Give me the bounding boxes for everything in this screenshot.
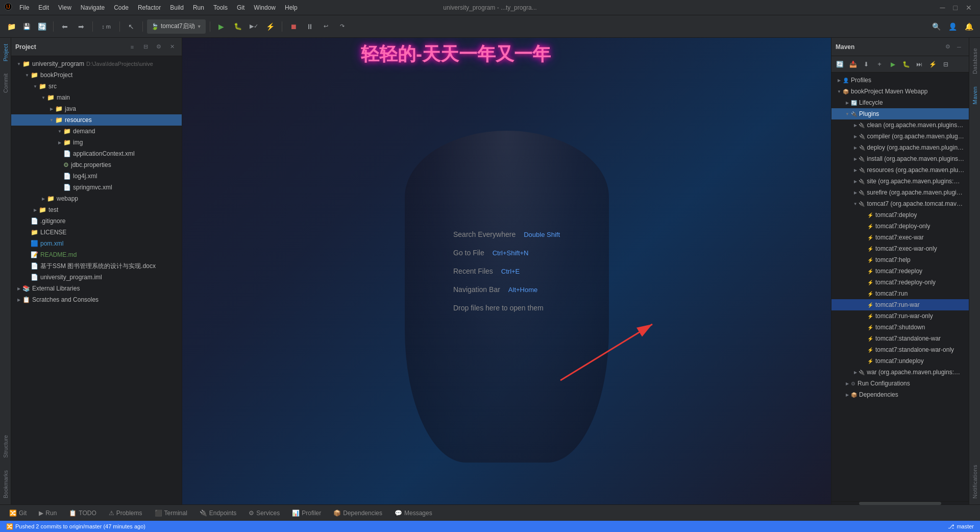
maven-item[interactable]: ⚡ tomcat7:redeploy	[831, 265, 969, 277]
forward-btn[interactable]: ➡	[74, 19, 88, 34]
maven-download-btn[interactable]: ⬇	[860, 58, 872, 70]
maven-item[interactable]: ⚡ tomcat7:run-war-only	[831, 310, 969, 322]
expand-all-btn[interactable]: ≡	[127, 41, 138, 53]
maven-item[interactable]: ▶ 🔌 resources (org.apache.maven.plugi...	[831, 164, 969, 176]
maven-skip-tests-btn[interactable]: ⏭	[913, 58, 925, 70]
tree-item[interactable]: ▶ 📁 java	[11, 103, 182, 114]
vcs-btn[interactable]: ↕ m	[97, 19, 115, 34]
maven-collapse-all-btn[interactable]: ⊟	[940, 58, 952, 70]
bottom-tab-dependencies[interactable]: 📦 Dependencies	[328, 506, 387, 520]
collapse-all-btn[interactable]: ⊟	[140, 41, 151, 53]
close-btn[interactable]: ✕	[966, 4, 972, 12]
bottom-tab-git[interactable]: 🔀 Git	[4, 506, 32, 520]
maven-item[interactable]: ▶ 🔄 Lifecycle	[831, 97, 969, 108]
bottom-tab-endpoints[interactable]: 🔌 Endpoints	[194, 506, 241, 520]
maven-item[interactable]: ▼ 🔌 tomcat7 (org.apache.tomcat.maven...	[831, 198, 969, 209]
maven-item[interactable]: ▶ 🔌 compiler (org.apache.maven.plugin...	[831, 131, 969, 142]
tree-item[interactable]: ▶ 📁 img	[11, 137, 182, 148]
tree-item[interactable]: 📄 基于SSM 图书管理系统的设计与实现.docx	[11, 260, 182, 272]
maven-item[interactable]: ⚡ tomcat7:exec-war-only	[831, 243, 969, 254]
bottom-tab-problems[interactable]: ⚠ Problems	[104, 506, 148, 520]
project-settings-btn[interactable]: ⚙	[153, 41, 164, 53]
branch-indicator[interactable]: ⎇ master	[946, 523, 976, 530]
tree-item[interactable]: ▼ 📁 demand	[11, 126, 182, 137]
menu-item-window[interactable]: Window	[250, 3, 280, 12]
more-run-btn[interactable]: ⚡	[263, 19, 278, 34]
bottom-tab-todo[interactable]: 📋 TODO	[64, 506, 101, 520]
refresh-btn[interactable]: 🔄	[35, 19, 49, 34]
project-close-btn[interactable]: ✕	[166, 41, 178, 53]
maven-run-btn[interactable]: ▶	[887, 58, 899, 70]
menu-item-run[interactable]: Run	[189, 3, 208, 12]
stop-btn[interactable]: ⏹	[286, 19, 301, 34]
run-btn[interactable]: ▶	[214, 19, 229, 34]
minimize-btn[interactable]: ─	[940, 4, 945, 12]
bottom-tab-run[interactable]: ▶ Run	[34, 506, 62, 520]
bottom-tab-terminal[interactable]: ⬛ Terminal	[150, 506, 192, 520]
menu-item-view[interactable]: View	[54, 3, 76, 12]
tree-item[interactable]: ▼ 📁 university_program D:\Java\IdeaProje…	[11, 58, 182, 69]
maven-item[interactable]: ⚡ tomcat7:deploy-only	[831, 221, 969, 232]
structure-tab[interactable]: Structure	[1, 429, 11, 464]
search-everywhere-btn[interactable]: 🔍	[929, 19, 943, 34]
maven-tab[interactable]: Maven	[970, 80, 980, 111]
run-config-dropdown[interactable]: 🍃 tomcat7启动 ▼	[147, 19, 206, 34]
maven-scrollbar-thumb[interactable]	[859, 502, 941, 505]
menu-item-help[interactable]: Help	[281, 3, 302, 12]
maven-item[interactable]: ▶ 🔌 install (org.apache.maven.plugins:m.…	[831, 153, 969, 164]
maven-item[interactable]: ▶ ⚙ Run Configurations	[831, 378, 969, 389]
maven-refresh-btn[interactable]: 🔄	[834, 58, 846, 70]
maven-item[interactable]: ⚡ tomcat7:deploy	[831, 209, 969, 221]
tree-item[interactable]: 📄 .gitignore	[11, 215, 182, 227]
tree-item[interactable]: 📄 applicationContext.xml	[11, 148, 182, 159]
bottom-tab-profiler[interactable]: 📊 Profiler	[287, 506, 326, 520]
tree-item[interactable]: ▼ 📁 src	[11, 81, 182, 92]
vcs-status[interactable]: 🔀 Pushed 2 commits to origin/master (47 …	[4, 521, 148, 532]
maven-item[interactable]: ▶ 🔌 deploy (org.apache.maven.plugins:...	[831, 142, 969, 153]
bottom-tab-services[interactable]: ⚙ Services	[243, 506, 285, 520]
maven-item[interactable]: ⚡ tomcat7:exec-war	[831, 232, 969, 243]
menu-item-git[interactable]: Git	[233, 3, 249, 12]
tree-item[interactable]: ▼ 📁 bookProject	[11, 69, 182, 81]
maven-item[interactable]: ⚡ tomcat7:run	[831, 288, 969, 299]
menu-item-code[interactable]: Code	[110, 3, 133, 12]
maven-item[interactable]: ▶ 🔌 clean (org.apache.maven.plugins:m...	[831, 119, 969, 131]
maximize-btn[interactable]: □	[953, 4, 958, 12]
notifications-btn[interactable]: 🔔	[962, 19, 976, 34]
maven-item[interactable]: ▶ 🔌 war (org.apache.maven.plugins:mav...	[831, 367, 969, 378]
maven-run-debug-btn[interactable]: 🐛	[900, 58, 912, 70]
maven-item[interactable]: ▶ 👤 Profiles	[831, 75, 969, 86]
debug-btn[interactable]: 🐛	[231, 19, 245, 34]
menu-item-build[interactable]: Build	[166, 3, 188, 12]
maven-item[interactable]: ⚡ tomcat7:standalone-war	[831, 333, 969, 344]
tree-item[interactable]: 📁 LICENSE	[11, 227, 182, 238]
menu-item-tools[interactable]: Tools	[209, 3, 232, 12]
maven-scrollbar[interactable]	[831, 501, 969, 504]
bottom-tab-messages[interactable]: 💬 Messages	[389, 506, 437, 520]
back-btn[interactable]: ⬅	[58, 19, 72, 34]
maven-add-btn[interactable]: +	[873, 58, 886, 70]
maven-item[interactable]: ⚡ tomcat7:redeploy-only	[831, 277, 969, 288]
step-over-btn[interactable]: ↷	[335, 19, 350, 34]
maven-item[interactable]: ⚡ tomcat7:standalone-war-only	[831, 344, 969, 355]
maven-item[interactable]: ▼ 🔌 Plugins	[831, 108, 969, 119]
maven-item[interactable]: ▶ 🔌 site (org.apache.maven.plugins:mav..…	[831, 176, 969, 187]
menu-item-refactor[interactable]: Refactor	[134, 3, 165, 12]
maven-generate-btn[interactable]: ⚡	[926, 58, 939, 70]
maven-reimport-btn[interactable]: 📥	[847, 58, 859, 70]
user-btn[interactable]: 👤	[945, 19, 960, 34]
step-btn[interactable]: ↩	[319, 19, 333, 34]
save-btn[interactable]: 💾	[19, 19, 34, 34]
commit-tab[interactable]: Commit	[1, 67, 11, 99]
maven-item[interactable]: ▶ 🔌 surefire (org.apache.maven.plugins:.…	[831, 187, 969, 198]
maven-item[interactable]: ▼ 📦 bookProject Maven Webapp	[831, 86, 969, 97]
tree-item[interactable]: 📄 university_program.iml	[11, 272, 182, 283]
tree-item[interactable]: ⚙ jdbc.properties	[11, 159, 182, 171]
tree-item[interactable]: ▶ 📁 webapp	[11, 193, 182, 204]
notifications-side-tab[interactable]: Notifications	[970, 458, 980, 504]
tree-item[interactable]: 🟦 pom.xml	[11, 238, 182, 249]
tree-item[interactable]: ▶ 📁 test	[11, 204, 182, 215]
menu-item-edit[interactable]: Edit	[34, 3, 53, 12]
open-folder-btn[interactable]: 📁	[4, 19, 18, 34]
maven-item[interactable]: ⚡ tomcat7:undeploy	[831, 355, 969, 367]
